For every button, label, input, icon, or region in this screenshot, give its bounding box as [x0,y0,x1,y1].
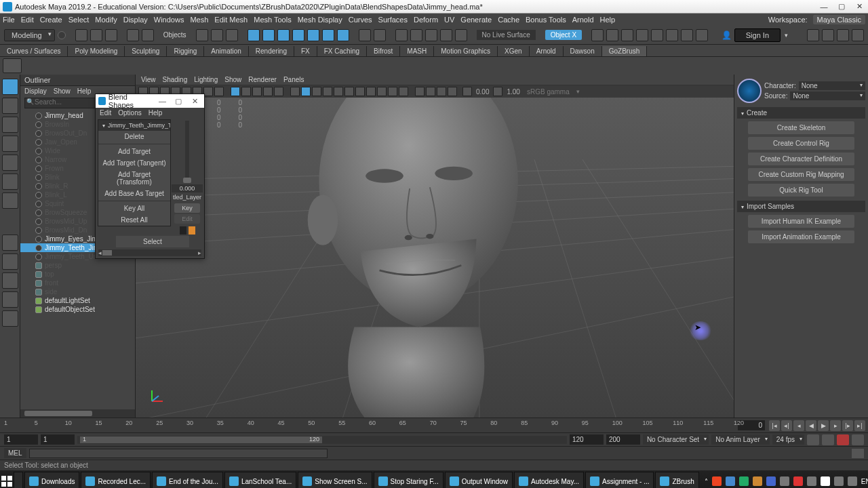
render-icon2[interactable] [606,29,618,41]
undo-icon[interactable] [127,29,139,41]
vp-icon[interactable] [334,87,343,96]
tray-volume-icon[interactable] [848,476,857,486]
tray-icon[interactable] [766,476,776,486]
menu-mesh-tools[interactable]: Mesh Tools [254,16,291,24]
live-icon2[interactable] [410,29,422,41]
snap-toggle1-icon[interactable] [248,29,260,41]
snap-toggle2-icon[interactable] [262,29,275,41]
character-set-dropdown[interactable]: No Character Set [643,434,709,445]
taskbar-item[interactable]: Stop Staring F... [374,472,443,488]
target-weight-value[interactable]: 0.000 [172,184,203,192]
outliner-item[interactable]: defaultObjectSet [20,305,135,314]
trash-icon[interactable] [180,226,186,235]
menu-uv[interactable]: UV [444,16,454,24]
toggle-icon3[interactable] [837,29,849,41]
menu-windows[interactable]: Windows [154,16,184,24]
shelf-tab-curves---surfaces[interactable]: Curves / Surfaces [0,46,68,56]
vp-icon[interactable] [377,87,387,96]
tray-icon[interactable] [712,476,722,486]
menu-generate[interactable]: Generate [460,16,492,24]
create-section-header[interactable]: Create [737,107,865,119]
viewport-menu-renderer[interactable]: Renderer [248,76,277,83]
snap-toggle6-icon[interactable] [322,29,334,41]
import-section-header[interactable]: Import Samples [737,201,865,212]
play-start-field[interactable]: 1 [41,434,75,445]
vp-icon[interactable] [252,87,262,96]
open-scene-icon[interactable] [90,29,102,41]
menu-display[interactable]: Display [123,16,148,24]
viewport-menu-view[interactable]: View [141,76,156,83]
menu-curves[interactable]: Curves [349,16,372,24]
menu-mesh[interactable]: Mesh [190,16,208,24]
menu-select[interactable]: Select [68,16,90,24]
tray-chevron-icon[interactable]: ˄ [705,478,708,485]
go-end-button[interactable]: ▸| [854,420,865,431]
maximize-panel-button[interactable]: ▢ [172,97,185,106]
menu-file[interactable]: File [3,16,15,24]
menu-mesh-display[interactable]: Mesh Display [298,16,342,24]
vp-icon[interactable] [323,87,332,96]
menu-help[interactable]: Help [600,16,616,24]
character-dropdown[interactable]: None [799,81,865,90]
layout-two-side[interactable] [2,272,18,289]
menu-arnold[interactable]: Arnold [572,16,594,24]
lasso-tool[interactable] [2,98,18,114]
create-create-skeleton-button[interactable]: Create Skeleton [748,121,854,134]
script-editor-icon[interactable] [852,449,864,458]
tray-icon[interactable] [753,476,762,486]
outliner-hscroll[interactable] [20,409,135,418]
taskbar-item[interactable]: Autodesk May... [514,472,584,488]
blend-menu-edit[interactable]: Edit [100,109,111,117]
minimize-panel-button[interactable]: — [156,97,170,105]
viewport-menu-show[interactable]: Show [224,76,241,83]
tray-icon[interactable] [821,476,830,486]
vp-icon[interactable] [344,87,354,96]
taskbar-item[interactable]: End of the Jou... [152,472,223,488]
rotate-tool[interactable] [2,155,18,171]
outliner-item[interactable]: top [20,270,135,279]
go-start-button[interactable]: |◂ [769,420,780,431]
render-icon6[interactable] [666,29,678,41]
vp-icon[interactable] [415,87,425,96]
live-icon5[interactable] [455,29,467,41]
render-icon4[interactable] [636,29,648,41]
outliner-menu-help[interactable]: Help [77,87,92,95]
layout-outliner[interactable] [2,310,18,327]
last-tool[interactable] [2,192,18,209]
create-create-custom-rig-mapping-button[interactable]: Create Custom Rig Mapping [748,168,854,181]
vp-icon[interactable] [388,87,397,96]
vp-icon[interactable] [263,87,273,96]
menu-edit-mesh[interactable]: Edit Mesh [214,16,248,24]
layout-two-stack[interactable] [2,291,18,308]
outliner-item[interactable]: persp [20,261,135,270]
minimize-button[interactable]: — [815,1,833,13]
render-icon7[interactable] [681,29,693,41]
vp-icon[interactable] [312,87,321,96]
shelf-tab-gozbrush[interactable]: GoZBrush [602,46,648,56]
ctx-add-target--tangent-[interactable]: Add Target (Tangent) [98,157,170,169]
gate-icon[interactable] [462,87,472,96]
start-button[interactable] [1,472,12,488]
taskbar-item[interactable]: LanSchool Tea... [224,472,296,488]
render-icon8[interactable] [696,29,708,41]
snap-grid-icon[interactable] [196,29,208,41]
ctx-add-target--transform-[interactable]: Add Target (Transform) [98,169,170,188]
ctx-add-target[interactable]: Add Target [98,146,170,157]
anim-start-field[interactable]: 1 [4,434,38,445]
scale-tool[interactable] [2,174,18,190]
cmd-input[interactable] [29,449,328,458]
render-icon1[interactable] [591,29,604,41]
anim-layer-dropdown[interactable]: No Anim Layer [711,434,770,445]
step-back-button[interactable]: ◂ [793,420,804,431]
menu-cache[interactable]: Cache [498,16,519,24]
setkey-icon[interactable] [822,434,834,445]
menu-surfaces[interactable]: Surfaces [378,16,408,24]
live-icon1[interactable] [395,29,408,41]
outliner-item[interactable]: defaultLightSet [20,296,135,305]
tray-icon[interactable] [726,476,735,486]
menu-bonus-tools[interactable]: Bonus Tools [526,16,566,24]
blend-menu-options[interactable]: Options [118,109,141,117]
autokey-icon[interactable] [807,434,819,445]
menu-modify[interactable]: Modify [95,16,117,24]
taskbar-item[interactable]: ZBrush [655,472,698,488]
